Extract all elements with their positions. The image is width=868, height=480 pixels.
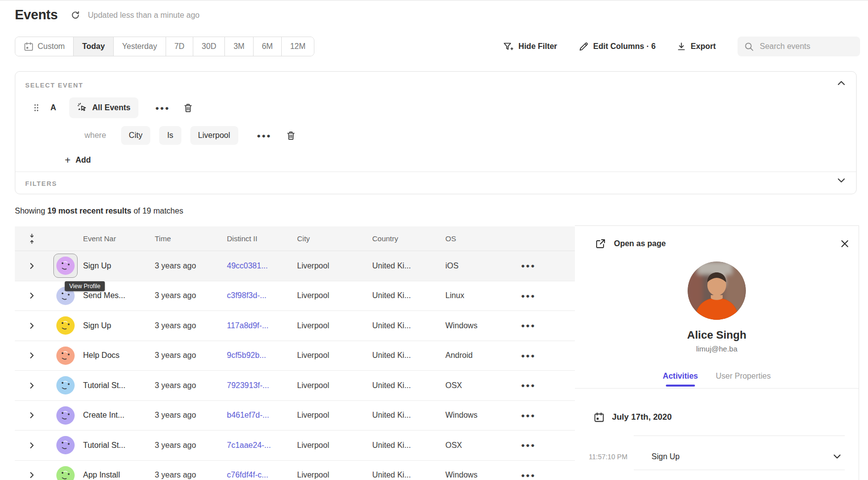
- user-avatar[interactable]: [56, 347, 75, 365]
- date-range-tab[interactable]: 3M: [225, 37, 253, 56]
- cell-os: Android: [445, 351, 505, 360]
- cell-distinct-id[interactable]: c76fdf4f-c...: [227, 471, 297, 480]
- row-menu-icon[interactable]: ●●●: [521, 382, 536, 389]
- expand-row-icon[interactable]: [15, 292, 48, 299]
- activity-event-name: Sign Up: [634, 452, 833, 461]
- where-clause-row: where City Is Liverpool ●●●: [85, 126, 296, 145]
- expand-row-icon[interactable]: [15, 322, 48, 329]
- table-row[interactable]: App Install 3 years ago c76fdf4f-c... Li…: [15, 461, 575, 480]
- expand-row-icon[interactable]: [15, 412, 48, 419]
- row-menu-icon[interactable]: ●●●: [521, 352, 536, 359]
- expand-row-icon[interactable]: [15, 442, 48, 449]
- row-menu-icon[interactable]: ●●●: [521, 441, 536, 449]
- date-range-tab[interactable]: 7D: [166, 37, 193, 56]
- user-avatar[interactable]: [56, 436, 75, 454]
- table-row[interactable]: Tutorial St... 3 years ago 7c1aae24-... …: [15, 431, 575, 461]
- avatar-slot: [56, 466, 75, 480]
- event-chip-label: All Events: [92, 103, 130, 112]
- external-link-icon: [596, 239, 606, 249]
- cell-distinct-id[interactable]: b461ef7d-...: [227, 411, 297, 420]
- results-summary: Showing 19 most recent results of 19 mat…: [15, 207, 183, 216]
- activity-divider-bottom: [634, 470, 845, 470]
- where-more-icon[interactable]: ●●●: [254, 132, 275, 139]
- user-avatar[interactable]: [56, 316, 75, 335]
- col-city[interactable]: City: [297, 234, 372, 243]
- row-menu-icon[interactable]: ●●●: [521, 262, 536, 269]
- chevron-up-icon[interactable]: [837, 81, 845, 86]
- col-country[interactable]: Country: [372, 234, 445, 243]
- cell-time: 3 years ago: [155, 351, 227, 360]
- col-event-name[interactable]: Event Nar: [82, 234, 155, 243]
- cell-distinct-id[interactable]: 49cc0381...: [227, 262, 297, 270]
- col-time[interactable]: Time: [155, 234, 227, 243]
- row-menu-icon[interactable]: ●●●: [521, 292, 536, 300]
- row-menu-icon[interactable]: ●●●: [521, 412, 536, 419]
- cell-distinct-id[interactable]: 7923913f-...: [227, 381, 297, 390]
- search-events-box[interactable]: [738, 37, 860, 56]
- value-chip[interactable]: Liverpool: [190, 126, 238, 145]
- row-menu-icon[interactable]: ●●●: [521, 472, 536, 479]
- date-range-tab[interactable]: 30D: [193, 37, 225, 56]
- date-range-tab[interactable]: Today: [74, 37, 114, 56]
- page-header: Events Updated less than a minute ago: [15, 7, 200, 23]
- where-trash-icon[interactable]: [286, 131, 296, 141]
- profile-tab[interactable]: Activities: [663, 372, 698, 387]
- date-range-tab[interactable]: Yesterday: [114, 37, 166, 56]
- activity-time: 11:57:10 PM: [589, 453, 634, 461]
- expand-row-icon[interactable]: [15, 352, 48, 359]
- date-range-tabs: Custom Today Yesterday 7D 30D: [15, 37, 314, 56]
- event-trash-icon[interactable]: [183, 103, 193, 113]
- chevron-down-icon[interactable]: [833, 454, 841, 459]
- activity-date-header: July 17th, 2020: [594, 412, 672, 423]
- refresh-icon[interactable]: [71, 10, 80, 20]
- expand-row-icon[interactable]: [15, 472, 48, 479]
- select-event-label: SELECT EVENT: [25, 82, 83, 89]
- operator-chip[interactable]: Is: [159, 126, 181, 145]
- row-menu-icon[interactable]: ●●●: [521, 322, 536, 329]
- export-label: Export: [691, 42, 716, 51]
- cell-distinct-id[interactable]: 117a8d9f-...: [227, 321, 297, 330]
- activity-divider-top: [634, 436, 845, 436]
- profile-tab[interactable]: User Properties: [716, 372, 771, 387]
- hide-filter-button[interactable]: Hide Filter: [503, 42, 557, 51]
- chevron-down-icon[interactable]: [837, 178, 845, 183]
- user-avatar[interactable]: [56, 466, 75, 480]
- edit-columns-button[interactable]: Edit Columns · 6: [579, 42, 655, 51]
- cell-distinct-id[interactable]: c3f98f3d-...: [227, 291, 297, 300]
- date-range-tab[interactable]: 6M: [254, 37, 282, 56]
- user-avatar[interactable]: [56, 376, 75, 394]
- table-row[interactable]: Sign Up 3 years ago 117a8d9f-... Liverpo…: [15, 311, 575, 341]
- property-chip[interactable]: City: [121, 126, 151, 145]
- search-events-input[interactable]: [760, 42, 853, 51]
- table-row[interactable]: Sign Up 3 years ago 49cc0381... Liverpoo…: [15, 251, 575, 281]
- user-photo[interactable]: [688, 262, 746, 320]
- date-range-tab[interactable]: Custom: [15, 37, 74, 56]
- collapse-rows-icon[interactable]: [15, 233, 48, 244]
- cell-country: United Ki...: [372, 291, 445, 300]
- user-avatar[interactable]: [56, 257, 75, 275]
- open-as-page-button[interactable]: Open as page: [596, 239, 666, 249]
- add-event-button[interactable]: + Add: [65, 155, 91, 165]
- table-row[interactable]: Create Int... 3 years ago b461ef7d-... L…: [15, 401, 575, 431]
- cell-distinct-id[interactable]: 7c1aae24-...: [227, 441, 297, 450]
- export-button[interactable]: Export: [677, 42, 716, 51]
- col-distinct-id[interactable]: Distinct II: [227, 234, 297, 243]
- activity-row[interactable]: 11:57:10 PM Sign Up: [589, 443, 845, 470]
- avatar-slot: [56, 406, 75, 425]
- expand-row-icon[interactable]: [15, 262, 48, 269]
- cell-distinct-id[interactable]: 9cf5b92b...: [227, 351, 297, 360]
- cell-city: Liverpool: [297, 291, 372, 300]
- drag-handle-icon[interactable]: [34, 104, 39, 112]
- date-range-tab[interactable]: 12M: [282, 37, 314, 56]
- cell-event-name: Sign Up: [82, 262, 155, 270]
- user-avatar[interactable]: [56, 406, 75, 425]
- expand-row-icon[interactable]: [15, 382, 48, 389]
- event-more-icon[interactable]: ●●●: [152, 104, 173, 112]
- close-icon[interactable]: [841, 240, 849, 248]
- cell-os: OSX: [445, 441, 505, 450]
- value-chip-label: Liverpool: [198, 131, 230, 140]
- table-row[interactable]: Help Docs 3 years ago 9cf5b92b... Liverp…: [15, 341, 575, 371]
- col-os[interactable]: OS: [445, 234, 505, 243]
- event-selector-chip[interactable]: All Events: [69, 97, 138, 118]
- table-row[interactable]: Tutorial St... 3 years ago 7923913f-... …: [15, 371, 575, 401]
